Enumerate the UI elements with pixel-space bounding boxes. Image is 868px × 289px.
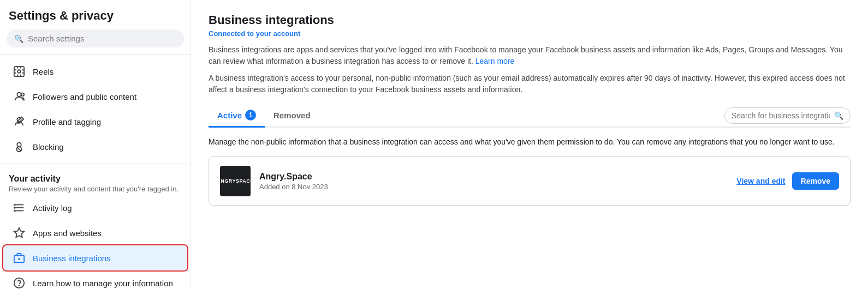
- sidebar-item-activity-log[interactable]: Activity log: [3, 195, 187, 220]
- sidebar-item-reels[interactable]: Reels: [3, 59, 187, 84]
- tabs-bar: Active 1 Removed 🔍: [209, 104, 851, 128]
- sidebar-title: Settings & privacy: [0, 9, 191, 29]
- integration-search-icon: 🔍: [834, 111, 843, 120]
- sidebar-item-blocking[interactable]: Blocking: [3, 134, 187, 159]
- tab-removed[interactable]: Removed: [265, 105, 319, 127]
- integration-logo: ANGRY SPACE: [220, 166, 251, 196]
- sidebar-item-learn-manage-label: Learn how to manage your information: [33, 279, 173, 288]
- followers-icon: [12, 89, 26, 104]
- svg-point-1: [17, 70, 21, 73]
- learn-manage-icon: [12, 276, 26, 289]
- sidebar-item-blocking-label: Blocking: [33, 142, 64, 152]
- sidebar-item-profile-tagging-label: Profile and tagging: [33, 117, 101, 127]
- search-box[interactable]: 🔍: [7, 29, 184, 47]
- sidebar-item-business-integrations-label: Business integrations: [33, 254, 111, 263]
- sidebar-divider-activity: [0, 164, 191, 164]
- reels-icon: [12, 64, 26, 79]
- svg-point-11: [14, 204, 15, 206]
- your-activity-section: Your activity Review your activity and c…: [0, 168, 191, 195]
- description-1: Business integrations are apps and servi…: [209, 44, 851, 67]
- view-edit-button[interactable]: View and edit: [736, 177, 785, 185]
- svg-point-5: [17, 143, 21, 147]
- manage-text: Manage the non-public information that a…: [209, 136, 851, 148]
- svg-line-7: [17, 147, 21, 151]
- tab-active-badge: 1: [245, 110, 256, 121]
- main-content: Business integrations Connected to your …: [191, 0, 868, 289]
- search-input[interactable]: [28, 34, 176, 43]
- tabs-search-box[interactable]: 🔍: [724, 107, 851, 124]
- apps-websites-icon: [12, 226, 26, 240]
- integration-info: Angry.Space Added on 8 Nov 2023: [259, 172, 728, 191]
- integration-date: Added on 8 Nov 2023: [259, 183, 728, 191]
- sidebar-item-learn-manage[interactable]: Learn how to manage your information: [3, 270, 187, 289]
- search-icon: 🔍: [14, 34, 23, 43]
- integration-actions: View and edit Remove: [736, 172, 839, 190]
- integration-search-input[interactable]: [732, 111, 830, 120]
- sidebar-item-apps-websites-label: Apps and websites: [33, 228, 102, 238]
- your-activity-subtitle: Review your activity and content that yo…: [9, 185, 182, 193]
- profile-tagging-icon: [12, 115, 26, 129]
- sidebar-item-reels-label: Reels: [33, 67, 53, 76]
- page-title: Business integrations: [209, 13, 851, 27]
- sidebar-item-activity-log-label: Activity log: [33, 203, 72, 213]
- svg-point-12: [14, 207, 15, 208]
- sidebar-item-followers[interactable]: Followers and public content: [3, 84, 187, 109]
- tab-active-label: Active: [217, 111, 242, 120]
- description-2: A business integration's access to your …: [209, 73, 851, 95]
- svg-point-13: [14, 210, 15, 212]
- svg-point-3: [21, 93, 24, 97]
- integration-name: Angry.Space: [259, 172, 728, 182]
- your-activity-title: Your activity: [9, 174, 182, 184]
- integration-card: ANGRY SPACE Angry.Space Added on 8 Nov 2…: [209, 156, 851, 206]
- sidebar-item-profile-tagging[interactable]: Profile and tagging: [3, 109, 187, 134]
- sidebar-divider-top: [0, 54, 191, 55]
- svg-rect-0: [14, 67, 24, 76]
- sidebar: Settings & privacy 🔍 Reels Followers and…: [0, 0, 191, 289]
- svg-point-2: [17, 93, 21, 97]
- page-subtitle: Connected to your account: [209, 29, 851, 38]
- business-integrations-icon: [12, 251, 26, 265]
- activity-log-icon: [12, 201, 26, 215]
- sidebar-item-business-integrations[interactable]: Business integrations: [3, 245, 187, 270]
- sidebar-item-apps-websites[interactable]: Apps and websites: [3, 220, 187, 245]
- sidebar-item-followers-label: Followers and public content: [33, 92, 136, 101]
- tab-removed-label: Removed: [274, 111, 311, 120]
- tab-active[interactable]: Active 1: [209, 104, 265, 128]
- remove-button[interactable]: Remove: [792, 172, 839, 190]
- blocking-icon: [12, 140, 26, 154]
- learn-more-link[interactable]: Learn more: [475, 57, 515, 65]
